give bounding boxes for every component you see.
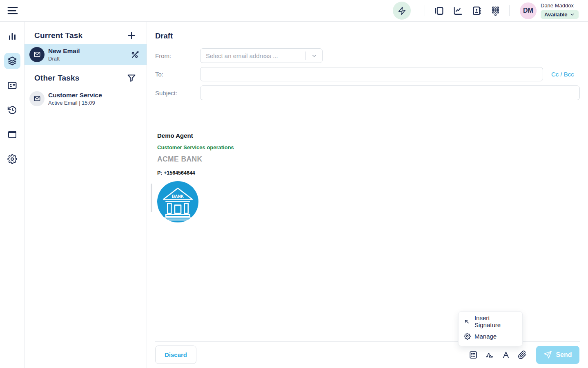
signature-name: Demo Agent	[157, 132, 580, 139]
draft-form: From: Select an email address ... To: Cc…	[155, 48, 580, 100]
gear-icon	[463, 332, 471, 340]
other-tasks-title: Other Tasks	[34, 74, 80, 83]
to-label: To:	[155, 71, 200, 78]
browser-window-icon	[7, 130, 17, 139]
envelope-icon	[33, 51, 41, 58]
paperclip-icon	[518, 350, 527, 359]
font-icon	[501, 350, 510, 359]
rail-item-settings[interactable]	[4, 151, 20, 167]
rail-item-history[interactable]	[4, 102, 20, 118]
send-button[interactable]: Send	[536, 346, 579, 364]
email-signature: Demo Agent Customer Services operations …	[157, 132, 580, 222]
signature-phone: P: +1564564644	[157, 170, 580, 176]
contact-card-icon	[7, 81, 17, 90]
from-placeholder: Select an email address ...	[206, 52, 305, 59]
current-task-header: Current Task	[24, 27, 147, 44]
topbar-divider	[425, 5, 425, 16]
template-button[interactable]	[468, 350, 478, 360]
contacts-book-icon	[472, 6, 482, 16]
task-subtitle: Active Email | 15:09	[48, 100, 140, 106]
menu-item-manage[interactable]: Manage	[459, 329, 522, 343]
rail-item-browser[interactable]	[4, 126, 20, 143]
scrollbar-thumb[interactable]	[151, 184, 152, 212]
bank-logo: BANK	[157, 181, 198, 222]
menu-button[interactable]	[7, 5, 19, 16]
to-input[interactable]	[200, 67, 543, 81]
editor-toolbar: Send	[468, 346, 579, 364]
plus-icon	[127, 31, 136, 40]
side-panel-icon	[434, 6, 444, 16]
list-box-icon	[469, 350, 478, 359]
zap-icon	[398, 7, 406, 15]
hamburger-icon	[7, 5, 18, 16]
from-label: From:	[155, 52, 200, 59]
signature-menu: Insert Signature Manage	[458, 311, 523, 346]
trend-chart-icon	[453, 6, 463, 16]
bank-logo-label: BANK	[172, 194, 184, 199]
edit-draft-button[interactable]	[130, 49, 140, 59]
left-rail	[0, 22, 24, 368]
arrow-up-left-icon	[463, 318, 471, 325]
page-title: Draft	[155, 31, 580, 40]
task-text: Customer Service Active Email | 15:09	[48, 92, 140, 106]
current-task-title: Current Task	[34, 31, 82, 40]
topbar-actions: DM Dane Maddox Available	[393, 2, 579, 20]
task-subtitle: Draft	[48, 56, 130, 62]
signature-role: Customer Services operations	[157, 144, 580, 150]
dialpad-button[interactable]	[490, 5, 501, 16]
font-button[interactable]	[501, 350, 511, 360]
topbar: DM Dane Maddox Available	[0, 0, 588, 22]
add-task-button[interactable]	[126, 30, 137, 41]
funnel-icon	[127, 73, 136, 83]
menu-item-insert-signature[interactable]: Insert Signature	[459, 314, 522, 329]
filter-button[interactable]	[126, 73, 137, 83]
task-item-customer-service[interactable]: Customer Service Active Email | 15:09	[24, 88, 147, 109]
draft-editor: Draft From: Select an email address ... …	[147, 22, 588, 368]
paper-plane-icon	[543, 350, 552, 359]
rail-item-tasks[interactable]	[4, 53, 20, 69]
pen-squiggle-icon	[131, 50, 140, 59]
quick-actions-button[interactable]	[393, 2, 411, 20]
task-item-new-email[interactable]: New Email Draft	[24, 44, 147, 65]
attach-button[interactable]	[517, 350, 527, 360]
signature-button[interactable]	[485, 350, 494, 360]
send-label: Send	[556, 351, 572, 359]
subject-label: Subject:	[155, 90, 200, 96]
status-label: Available	[544, 11, 568, 18]
panel-toggle-button[interactable]	[434, 5, 444, 16]
rail-item-contacts[interactable]	[4, 77, 20, 94]
chevron-down-icon	[570, 12, 575, 17]
subject-input[interactable]	[200, 85, 580, 100]
other-tasks-header: Other Tasks	[24, 70, 147, 86]
user-avatar[interactable]: DM	[520, 2, 537, 19]
task-panel: Current Task New Email Draft	[24, 22, 147, 368]
from-select[interactable]: Select an email address ...	[200, 48, 323, 63]
history-icon	[7, 105, 17, 115]
discard-button[interactable]: Discard	[155, 346, 196, 364]
gear-icon	[7, 154, 17, 164]
user-name: Dane Maddox	[541, 2, 579, 9]
analytics-button[interactable]	[452, 5, 463, 16]
task-text: New Email Draft	[48, 47, 130, 62]
editor-footer: Discard	[155, 346, 579, 364]
task-avatar	[29, 91, 45, 106]
task-title: Customer Service	[48, 92, 140, 99]
task-title: New Email	[48, 47, 130, 55]
topbar-divider	[509, 5, 510, 16]
user-block: Dane Maddox Available	[541, 2, 579, 19]
cc-bcc-link[interactable]: Cc / Bcc	[551, 71, 574, 78]
signature-icon	[485, 350, 494, 360]
contacts-button[interactable]	[471, 5, 482, 16]
menu-item-label: Insert Signature	[474, 314, 517, 328]
layers-icon	[7, 56, 17, 66]
task-avatar	[29, 47, 45, 62]
signature-company: ACME BANK	[157, 155, 580, 164]
chevron-down-icon	[306, 53, 322, 59]
menu-item-label: Manage	[474, 333, 497, 340]
dialpad-icon	[490, 6, 501, 16]
rail-item-dashboard[interactable]	[4, 28, 20, 45]
bar-chart-icon	[7, 31, 17, 41]
status-dropdown[interactable]: Available	[541, 10, 579, 19]
envelope-icon	[33, 95, 41, 102]
